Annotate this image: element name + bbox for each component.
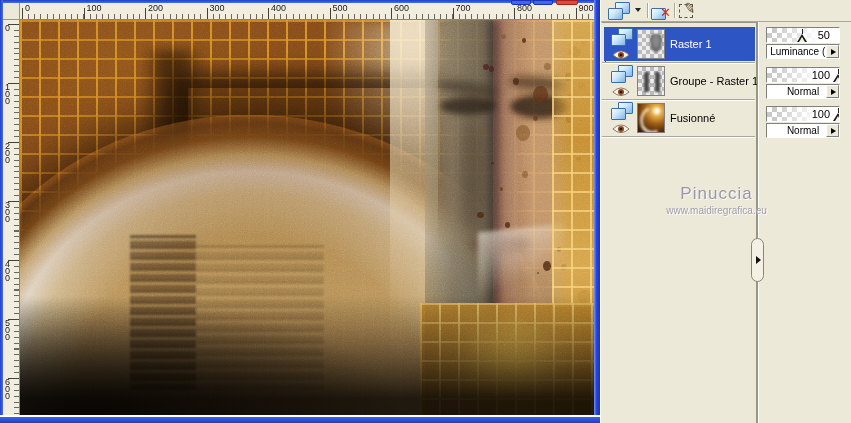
- blend-mode-select[interactable]: Normal: [766, 123, 840, 138]
- blend-mode-dropdown-button[interactable]: [826, 45, 839, 58]
- h-ruler-label: 700: [454, 3, 471, 13]
- new-layer-icon: [608, 2, 632, 21]
- splitter-arrow-icon: [756, 256, 761, 264]
- close-button[interactable]: [556, 0, 578, 5]
- v-ruler-label: 600: [5, 379, 10, 400]
- layers-palette: ✕ ✎ Raster 1 Groupe - Raster 1: [600, 0, 851, 423]
- visibility-eye-icon[interactable]: [612, 121, 630, 133]
- opacity-slider[interactable]: 50: [766, 27, 840, 43]
- splatter-dot: [544, 63, 551, 70]
- v-ruler-label: 500: [5, 320, 10, 341]
- visibility-eye-icon[interactable]: [612, 84, 630, 96]
- vertical-ruler[interactable]: 0100200300400500600: [3, 20, 20, 417]
- splatter-dot: [522, 38, 526, 42]
- h-ruler-label: 300: [208, 3, 225, 13]
- image-window: 0100200300400500600700800900 01002003004…: [0, 0, 600, 423]
- blend-mode-value: Normal: [787, 86, 819, 97]
- layers-palette-toolbar: ✕ ✎: [601, 0, 851, 22]
- splatter-dot: [501, 34, 506, 39]
- palette-divider: [757, 22, 764, 423]
- dropdown-arrow-icon: [831, 49, 836, 55]
- minimize-button[interactable]: [511, 0, 531, 5]
- edit-selection-button[interactable]: ✎: [679, 2, 703, 20]
- layer-row-fusionne[interactable]: Fusionné: [604, 101, 755, 135]
- new-layer-button[interactable]: [608, 2, 644, 20]
- layer-list: Raster 1 Groupe - Raster 1 Fusionné: [602, 22, 757, 423]
- delete-layer-button[interactable]: ✕: [651, 2, 673, 20]
- splatter-dot: [533, 86, 548, 102]
- restore-button[interactable]: [533, 0, 553, 5]
- opacity-slider-handle[interactable]: [833, 108, 840, 122]
- splatter-dot: [483, 64, 489, 70]
- artwork-bottom-shadow: [20, 295, 594, 417]
- blend-mode-select[interactable]: Luminance (H): [766, 44, 840, 59]
- layer-name: Groupe - Raster 1: [670, 64, 758, 98]
- splatter-dot: [533, 116, 538, 121]
- canvas-artwork[interactable]: [20, 20, 594, 417]
- watermark-title: Pinuccia: [629, 184, 804, 204]
- blend-mode-dropdown-button[interactable]: [826, 85, 839, 98]
- dropdown-arrow-icon: [831, 128, 836, 134]
- new-layer-dropdown-caret[interactable]: [635, 8, 641, 12]
- palette-splitter-handle[interactable]: [751, 238, 764, 282]
- dropdown-arrow-icon: [831, 89, 836, 95]
- row-separator: [602, 99, 755, 100]
- splatter-dot: [489, 66, 495, 72]
- splatter-dot: [491, 162, 493, 164]
- ruler-corner: [3, 3, 20, 20]
- v-ruler-label: 400: [5, 261, 10, 282]
- splatter-dot: [513, 78, 519, 85]
- opacity-slider-handle[interactable]: [797, 29, 808, 43]
- layer-controls-fusionne: 100 Normal: [766, 106, 851, 138]
- h-ruler-label: 100: [85, 3, 102, 13]
- opacity-value: 100: [812, 108, 830, 120]
- opacity-slider-handle[interactable]: [833, 69, 840, 83]
- horizontal-ruler[interactable]: 0100200300400500600700800900: [20, 3, 594, 20]
- h-ruler-label: 900: [577, 3, 594, 13]
- window-left-border: [0, 0, 3, 423]
- splatter-dot: [516, 125, 530, 141]
- toolbar-separator: [674, 3, 675, 18]
- window-bottom-border: [0, 415, 600, 423]
- h-ruler-label: 400: [269, 3, 286, 13]
- brush-icon: ✎: [683, 0, 697, 17]
- layer-name: Fusionné: [670, 101, 715, 135]
- toolbar-separator: [647, 3, 648, 18]
- h-ruler-label: 500: [331, 3, 348, 13]
- watermark-url: www.maidiregrafica.eu: [629, 205, 804, 216]
- red-x-icon: ✕: [660, 6, 671, 19]
- blend-mode-select[interactable]: Normal: [766, 84, 840, 99]
- splatter-dot: [477, 212, 484, 218]
- layer-controls-groupe: 100 Normal: [766, 67, 851, 99]
- splatter-dot: [500, 187, 503, 191]
- layer-pages-icon: [611, 65, 635, 84]
- blend-mode-dropdown-button[interactable]: [826, 124, 839, 137]
- v-ruler-label: 200: [5, 143, 10, 164]
- layer-name: Raster 1: [670, 27, 712, 61]
- layer-pages-icon: [611, 102, 635, 121]
- site-watermark: Pinuccia www.maidiregrafica.eu: [629, 184, 804, 216]
- layer-controls-panel: 50 Luminance (H) ✎ ✎ 100 Normal ✎ ✎ 10: [764, 22, 851, 423]
- opacity-slider[interactable]: 100: [766, 106, 840, 122]
- h-ruler-label: 200: [146, 3, 163, 13]
- opacity-slider[interactable]: 100: [766, 67, 840, 83]
- splatter-dot: [481, 130, 485, 134]
- opacity-value: 100: [812, 69, 830, 81]
- layer-controls-raster-1: 50 Luminance (H): [766, 27, 851, 59]
- row-separator: [602, 136, 755, 137]
- splatter-dot: [505, 222, 510, 228]
- layer-row-raster-1[interactable]: Raster 1: [604, 27, 755, 61]
- splatter-dot: [543, 261, 551, 271]
- v-ruler-label: 100: [5, 84, 10, 105]
- splatter-dot: [522, 171, 527, 178]
- blend-mode-value: Normal: [787, 125, 819, 136]
- row-separator: [602, 62, 755, 63]
- layer-thumbnail: [637, 103, 665, 133]
- opacity-value: 50: [818, 29, 830, 41]
- h-ruler-label: 0: [23, 3, 30, 13]
- v-ruler-label: 0: [5, 25, 10, 32]
- v-ruler-label: 300: [5, 202, 10, 223]
- visibility-eye-icon[interactable]: [612, 47, 630, 59]
- layer-pages-icon: [611, 28, 635, 47]
- layer-row-groupe-raster-1[interactable]: Groupe - Raster 1: [604, 64, 755, 98]
